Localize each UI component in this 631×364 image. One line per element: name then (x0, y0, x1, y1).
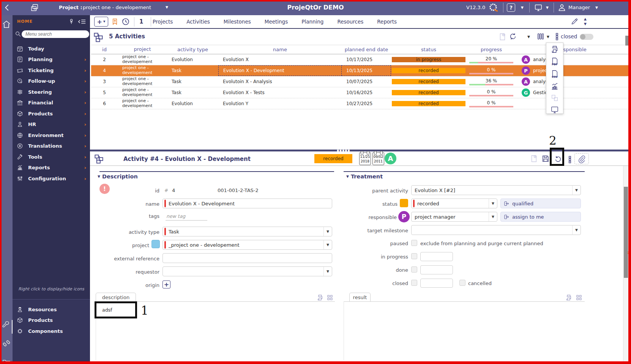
display-chevron-down-icon[interactable]: ▼ (546, 6, 549, 9)
result-expand-icon[interactable] (576, 294, 582, 301)
responsible-select[interactable]: project manager▼ (411, 212, 497, 222)
chevron-down-icon[interactable]: ▼ (572, 186, 581, 195)
panel-resize-handle[interactable]: : (627, 251, 629, 255)
user-icon[interactable] (557, 3, 566, 12)
sidebar-item-components[interactable]: Components (13, 326, 90, 337)
closed-date-field[interactable] (420, 279, 453, 288)
menu-search-input[interactable] (22, 30, 89, 38)
tab-resources[interactable]: Resources (337, 19, 363, 25)
paused-checkbox[interactable] (411, 240, 417, 246)
chevron-down-icon[interactable]: ▼ (489, 212, 497, 221)
tab-meetings[interactable]: Meetings (265, 19, 288, 25)
chevron-down-icon[interactable]: ▼ (323, 227, 332, 236)
screen-icon[interactable] (551, 106, 559, 114)
detail-scrollbar-thumb[interactable] (624, 187, 628, 278)
edit-pencil-icon[interactable] (570, 17, 579, 26)
status-select[interactable]: recorded▼ (411, 199, 497, 208)
tags-field[interactable]: new tag (166, 212, 207, 221)
copy-icon[interactable] (551, 94, 559, 102)
display-icon[interactable] (534, 3, 543, 12)
tab-planning[interactable]: Planning (301, 19, 323, 25)
chevron-down-icon[interactable]: ▼ (323, 240, 332, 249)
done-checkbox[interactable] (411, 266, 417, 273)
col-header-planned-end-date[interactable]: planned end date (342, 45, 391, 54)
sidebar-item-tools[interactable]: Tools› (13, 151, 90, 162)
home-icon[interactable] (2, 20, 11, 29)
bookmark-icon[interactable] (111, 17, 118, 26)
sidebar-item-follow-up[interactable]: Follow-up› (13, 76, 90, 87)
sidebar-item-planning[interactable]: Planning› (13, 54, 90, 65)
save-icon[interactable] (541, 154, 550, 163)
col-header-activity-type[interactable]: activity type (167, 45, 218, 54)
description-expand-icon[interactable] (327, 294, 333, 301)
tab-activities[interactable]: Activities (186, 19, 210, 25)
folder-icon[interactable] (2, 358, 11, 364)
tools-shortcut-icon[interactable] (2, 320, 11, 329)
description-tab[interactable]: description (96, 293, 136, 302)
sidebar-item-ticketing[interactable]: Ticketing› (13, 65, 90, 76)
description-print-icon[interactable] (317, 294, 323, 301)
columns-chevron-down-icon[interactable]: ▼ (547, 35, 549, 39)
col-header-progress[interactable]: progress (466, 45, 516, 54)
add-new-button[interactable]: +▼ (94, 17, 108, 27)
col-header-status[interactable]: status (391, 45, 466, 54)
attachment-dropzone[interactable] (574, 153, 589, 164)
sidebar-item-resources[interactable]: Resources (13, 304, 90, 315)
done-date-field[interactable] (420, 265, 453, 274)
in-progress-checkbox[interactable] (411, 253, 417, 259)
more-options-icon[interactable] (553, 32, 561, 41)
help-chevron-down-icon[interactable]: ▼ (521, 6, 524, 9)
activity-type-select[interactable]: Task▼ (162, 227, 332, 236)
list-scrollbar-thumb[interactable] (625, 36, 629, 46)
col-header-name[interactable]: name (218, 45, 342, 54)
chevron-down-icon[interactable]: ▼ (323, 267, 332, 276)
sidebar-item-environment[interactable]: Environment› (13, 130, 90, 141)
help-icon[interactable]: ? (507, 3, 515, 12)
user-name[interactable]: Manager (568, 5, 590, 10)
sidebar-item-today[interactable]: Today (13, 43, 90, 54)
result-print-icon[interactable] (565, 294, 572, 301)
pdf-icon[interactable]: PDF (551, 57, 559, 66)
sort-arrows-icon[interactable]: ▲▼ (584, 17, 587, 26)
sidebar-item-steering[interactable]: Steering› (13, 87, 90, 98)
assign-to-me-button[interactable]: assign to me (500, 212, 581, 222)
col-header-responsible[interactable]: responsible (516, 45, 628, 54)
project-select[interactable]: _project one - developement▼ (162, 240, 332, 250)
sidebar-item-hr[interactable]: HR› (13, 119, 90, 130)
tab-projects[interactable]: Projects (153, 19, 173, 25)
columns-icon[interactable] (536, 32, 545, 41)
chart-export-icon[interactable] (551, 82, 559, 90)
detail-more-options-icon[interactable] (566, 155, 574, 164)
treatment-section-header[interactable]: ▼Treatment (346, 173, 383, 180)
sidebar-item-financial[interactable]: Financial› (13, 98, 90, 109)
name-field[interactable]: Evolution X - Development (162, 199, 332, 208)
pin-icon[interactable] (68, 17, 75, 26)
chevron-down-icon[interactable]: ▼ (489, 199, 497, 208)
home-label[interactable]: HOME (17, 19, 33, 24)
in-progress-date-field[interactable] (420, 252, 453, 261)
external-reference-field[interactable] (162, 253, 332, 263)
description-section-header[interactable]: ▼Description (98, 173, 138, 180)
requestor-select[interactable]: ▼ (162, 266, 332, 276)
user-chevron-down-icon[interactable]: ▼ (595, 6, 598, 9)
col-header-id[interactable]: id (91, 45, 118, 54)
closed-checkbox[interactable] (411, 280, 417, 286)
sidebar-item-products-footer[interactable]: Products (13, 315, 90, 326)
collapse-menu-icon[interactable] (77, 17, 87, 26)
project-color-swatch[interactable] (151, 240, 160, 248)
sidebar-item-configuration[interactable]: Configuration› (13, 173, 90, 184)
note-add-icon[interactable] (530, 154, 538, 163)
history-icon[interactable] (121, 17, 130, 26)
csv-icon[interactable]: CSV (551, 69, 559, 79)
link-icon[interactable] (2, 340, 11, 349)
print-icon[interactable] (551, 45, 559, 54)
filter-chevron-down-icon[interactable]: ▼ (527, 35, 530, 39)
sidebar-item-products[interactable]: Products› (13, 108, 90, 119)
result-editor[interactable] (344, 301, 585, 360)
qualified-button[interactable]: qualified (500, 199, 581, 208)
target-milestone-select[interactable]: ▼ (411, 225, 581, 235)
chevron-down-icon[interactable]: ▼ (572, 225, 581, 235)
closed-toggle[interactable] (580, 34, 593, 40)
tab-reports[interactable]: Reports (377, 19, 397, 25)
sidebar-item-translations[interactable]: Translations› (13, 141, 90, 152)
